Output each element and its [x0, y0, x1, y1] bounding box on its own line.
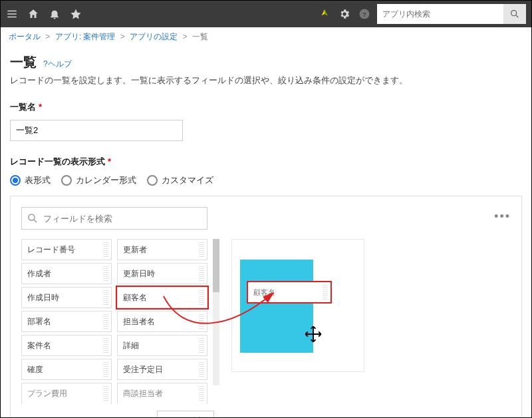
svg-point-7	[29, 214, 35, 220]
menu-icon[interactable]	[6, 8, 18, 20]
field-item[interactable]: 案件名	[21, 335, 112, 356]
help-link[interactable]: ?ヘルプ	[43, 59, 72, 70]
help-icon[interactable]: ?	[358, 8, 370, 20]
move-cursor-icon	[304, 325, 323, 345]
field-item[interactable]: 作成日時	[21, 287, 112, 308]
field-item[interactable]: レコード番号	[21, 239, 112, 260]
radio-calendar[interactable]: カレンダー形式	[61, 174, 136, 186]
dragged-field[interactable]: 顧客名	[247, 281, 332, 304]
field-item[interactable]: 詳細	[117, 335, 207, 356]
breadcrumb: ポータル > アプリ: 案件管理 > アプリの設定 > 一覧	[1, 27, 531, 47]
field-search-input[interactable]	[21, 207, 207, 230]
field-item[interactable]: プラン費用	[21, 383, 112, 404]
field-item[interactable]: 顧客名	[117, 287, 207, 308]
svg-line-8	[34, 220, 37, 222]
bell-icon[interactable]	[49, 8, 61, 20]
global-search-button[interactable]	[503, 4, 526, 24]
field-item[interactable]: 更新日時	[117, 263, 207, 284]
search-icon	[27, 212, 39, 226]
star-icon[interactable]	[70, 8, 82, 20]
crumb-settings[interactable]: アプリの設定	[130, 32, 178, 41]
page-title: 一覧	[10, 53, 37, 71]
field-item[interactable]: 受注予定日	[117, 359, 207, 380]
add-all-button[interactable]: すべて追加	[157, 411, 214, 418]
field-item[interactable]: 作成者	[21, 263, 112, 284]
global-search-input[interactable]	[377, 4, 503, 24]
view-name-input[interactable]	[10, 120, 183, 141]
radio-table[interactable]: 表形式	[10, 174, 51, 186]
gear-icon[interactable]	[338, 8, 350, 20]
field-item[interactable]: 部署名	[21, 311, 112, 332]
field-item[interactable]: 担当者名	[117, 311, 207, 332]
display-format-label: レコード一覧の表示形式*	[1, 150, 531, 170]
svg-line-6	[516, 15, 518, 17]
field-list-scrollbar[interactable]	[213, 239, 219, 385]
home-icon[interactable]	[27, 8, 39, 20]
field-item[interactable]: 確度	[21, 359, 112, 380]
view-name-label: 一覧名*	[1, 96, 531, 116]
crumb-current: 一覧	[192, 32, 208, 41]
page-description: レコードの一覧を設定します。一覧に表示するフィールドの選択や、絞り込み条件の設定…	[1, 74, 531, 96]
svg-text:?: ?	[362, 11, 366, 18]
field-item[interactable]: 商談担当者	[117, 383, 207, 404]
field-item[interactable]: 更新者	[117, 239, 207, 260]
leaf-icon[interactable]	[319, 8, 331, 20]
crumb-app[interactable]: アプリ: 案件管理	[55, 32, 116, 41]
radio-custom[interactable]: カスタマイズ	[147, 174, 213, 186]
more-menu[interactable]: •••	[494, 210, 511, 224]
crumb-portal[interactable]: ポータル	[9, 32, 41, 41]
svg-point-5	[511, 11, 517, 16]
drop-zone[interactable]: 顧客名	[231, 239, 364, 372]
